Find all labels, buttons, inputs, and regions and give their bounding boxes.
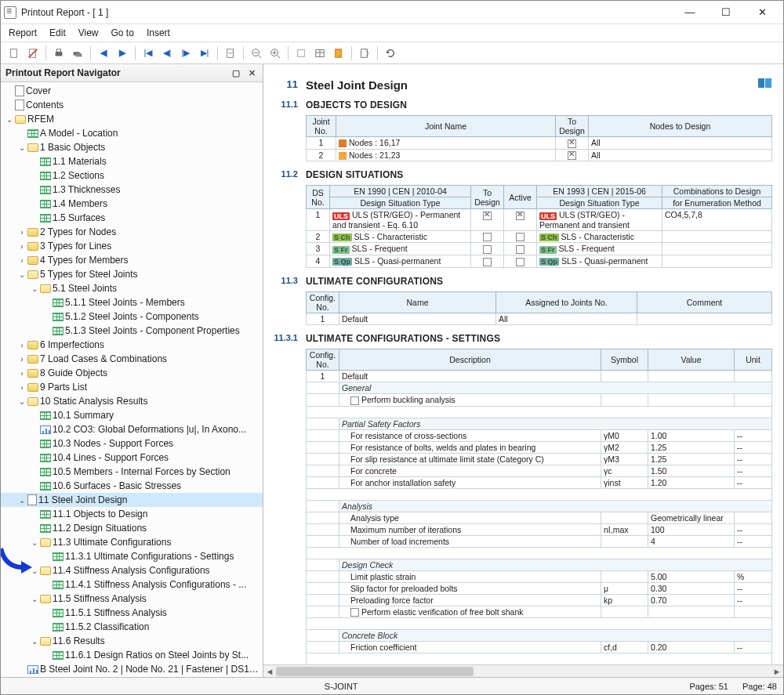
tree-item[interactable]: B Steel Joint No. 2 | Node No. 21 | Fast…: [1, 662, 263, 676]
nav-prev-icon[interactable]: ◀: [95, 45, 112, 62]
tree-item[interactable]: ⌄5.1 Steel Joints: [1, 281, 263, 295]
table-icon[interactable]: [311, 45, 328, 62]
expand-icon[interactable]: ⌄: [4, 115, 15, 124]
expand-icon[interactable]: ›: [16, 228, 27, 237]
tree-item[interactable]: ⌄11.3 Ultimate Configurations: [1, 535, 263, 549]
tree-item[interactable]: 11.5.1 Stiffness Analysis: [1, 606, 263, 620]
tree-item[interactable]: 5.1.3 Steel Joints - Component Propertie…: [1, 324, 263, 338]
expand-icon[interactable]: ›: [16, 355, 27, 364]
scroll-right-icon[interactable]: ►: [771, 667, 783, 676]
tree-item[interactable]: 10.4 Lines - Support Forces: [1, 451, 263, 465]
toggle-icon[interactable]: [330, 45, 347, 62]
tree-item[interactable]: 11.1 Objects to Design: [1, 507, 263, 521]
menu-goto[interactable]: Go to: [111, 27, 134, 38]
svg-rect-3: [56, 52, 63, 56]
tree-item[interactable]: 11.2 Design Situations: [1, 521, 263, 535]
expand-icon[interactable]: ⌄: [29, 637, 40, 646]
tree-item[interactable]: A Model - Location: [1, 126, 263, 140]
refresh-icon[interactable]: [382, 45, 399, 62]
tree-item[interactable]: 11.4.1 Stiffness Analysis Configurations…: [1, 577, 263, 592]
expand-icon[interactable]: ⌄: [16, 270, 27, 279]
tree-item[interactable]: ›8 Guide Objects: [1, 366, 263, 380]
expand-icon[interactable]: ›: [16, 256, 27, 265]
expand-icon[interactable]: ⌄: [16, 496, 27, 505]
expand-icon[interactable]: ›: [16, 242, 27, 251]
export-icon[interactable]: [356, 45, 373, 62]
tree-item[interactable]: 10.6 Surfaces - Basic Stresses: [1, 479, 263, 493]
tree-item[interactable]: ⌄11.6 Results: [1, 634, 263, 648]
section-title: ULTIMATE CONFIGURATIONS - SETTINGS: [306, 333, 772, 344]
menu-insert[interactable]: Insert: [147, 27, 170, 38]
tree-item[interactable]: ⌄5 Types for Steel Joints: [1, 267, 263, 281]
tree-item-label: 8 Guide Objects: [40, 367, 107, 378]
pin-icon[interactable]: ▢: [230, 67, 242, 79]
tree-item[interactable]: ⌄1 Basic Objects: [1, 140, 263, 154]
tree-item[interactable]: ›2 Types for Nodes: [1, 225, 263, 239]
nav-back-icon[interactable]: ◀|: [158, 45, 176, 62]
tree-item[interactable]: ›9 Parts List: [1, 380, 263, 394]
table-row: [307, 653, 772, 664]
nav-last-icon[interactable]: ▶|: [196, 45, 213, 62]
tree-item[interactable]: 1.3 Thicknesses: [1, 183, 263, 197]
scroll-left-icon[interactable]: ◄: [263, 667, 276, 676]
zoom-out-icon[interactable]: [248, 45, 265, 62]
delete-icon[interactable]: [24, 45, 42, 62]
maximize-button[interactable]: ☐: [708, 1, 744, 24]
print-all-icon[interactable]: [69, 45, 86, 62]
zoom-in-icon[interactable]: [267, 45, 284, 62]
tree-item[interactable]: 11.6.1 Design Ratios on Steel Joints by …: [1, 648, 263, 662]
grid-icon: [40, 510, 51, 519]
tree-item[interactable]: Contents: [1, 98, 263, 112]
tree-item[interactable]: 10.1 Summary: [1, 408, 263, 422]
tree-item[interactable]: 1.2 Sections: [1, 168, 263, 183]
tree-item[interactable]: ›7 Load Cases & Combinations: [1, 352, 263, 366]
menu-view[interactable]: View: [78, 27, 99, 38]
close-button[interactable]: ✕: [744, 1, 780, 24]
tree-item[interactable]: 1.1 Materials: [1, 154, 263, 168]
table-row: Design Check: [307, 559, 772, 570]
menu-report[interactable]: Report: [9, 27, 37, 38]
expand-icon[interactable]: ⌄: [16, 143, 27, 152]
table-row: For slip resistance at ultimate limit st…: [307, 453, 772, 465]
nav-first-icon[interactable]: |◀: [140, 45, 157, 62]
tree-item[interactable]: 10.3 Nodes - Support Forces: [1, 436, 263, 451]
tree-item[interactable]: 11.5.2 Classification: [1, 620, 263, 634]
tree-item[interactable]: ›3 Types for Lines: [1, 239, 263, 253]
tree-item[interactable]: ⌄11.4 Stiffness Analysis Configurations: [1, 563, 263, 577]
tree-item[interactable]: 5.1.1 Steel Joints - Members: [1, 295, 263, 309]
tree-item[interactable]: 1.5 Surfaces: [1, 211, 263, 225]
tree-item[interactable]: 10.2 CO3: Global Deformations |u|, In Ax…: [1, 422, 263, 436]
expand-icon[interactable]: ⌄: [29, 595, 40, 603]
tree-item[interactable]: ⌄11.5 Stiffness Analysis: [1, 592, 263, 606]
tree-item[interactable]: 5.1.2 Steel Joints - Components: [1, 309, 263, 324]
new-icon[interactable]: [5, 45, 23, 62]
menu-edit[interactable]: Edit: [49, 27, 66, 38]
svg-rect-6: [75, 53, 82, 56]
tree-item[interactable]: 10.5 Members - Internal Forces by Sectio…: [1, 465, 263, 479]
tree-item[interactable]: 1.4 Members: [1, 197, 263, 211]
print-icon[interactable]: [50, 45, 67, 62]
tree-item[interactable]: ⌄10 Static Analysis Results: [1, 394, 263, 408]
expand-icon[interactable]: ⌄: [29, 284, 40, 293]
expand-icon[interactable]: ›: [16, 341, 27, 349]
expand-icon[interactable]: ›: [16, 383, 27, 392]
tree-item[interactable]: ⌄RFEM: [1, 112, 263, 126]
horizontal-scrollbar[interactable]: ◄ ►: [263, 664, 783, 677]
page-goto-icon[interactable]: [222, 45, 239, 62]
tree-item[interactable]: ›4 Types for Members: [1, 253, 263, 267]
tree-item[interactable]: 11.3.1 Ultimate Configurations - Setting…: [1, 549, 263, 563]
minimize-button[interactable]: —: [672, 1, 708, 24]
panel-close-icon[interactable]: ✕: [245, 67, 258, 79]
table-row: 1Default: [307, 370, 772, 382]
tree-item[interactable]: ›6 Imperfections: [1, 338, 263, 352]
nav-fwd-icon[interactable]: |▶: [177, 45, 194, 62]
select-icon[interactable]: [292, 45, 310, 62]
navigator-tree[interactable]: CoverContents⌄RFEMA Model - Location⌄1 B…: [1, 82, 263, 677]
expand-icon[interactable]: ⌄: [16, 397, 27, 406]
expand-icon[interactable]: ›: [16, 369, 27, 378]
nav-next-icon[interactable]: ▶: [114, 45, 131, 62]
section-title: ULTIMATE CONFIGURATIONS: [306, 276, 772, 287]
tree-item[interactable]: ⌄11 Steel Joint Design: [1, 493, 263, 507]
tree-item[interactable]: Cover: [1, 84, 263, 98]
tree-item-label: 9 Parts List: [40, 382, 87, 393]
